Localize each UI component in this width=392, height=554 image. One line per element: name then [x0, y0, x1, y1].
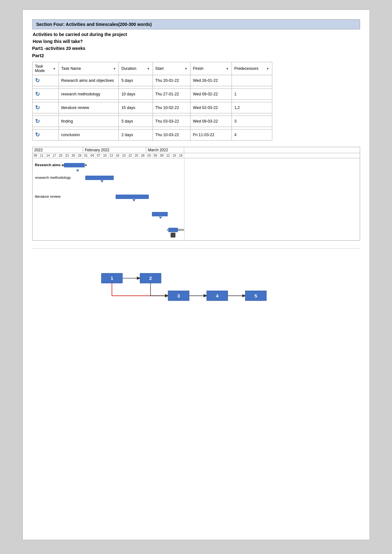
table-spacer — [32, 100, 272, 102]
task-duration-cell: 10 days — [119, 89, 153, 100]
task-mode-cell: ↻ — [32, 102, 58, 113]
task-start-cell: Thu 27-01-22 — [153, 89, 190, 100]
gantt-days: 0811141720232629010407101316192225280306… — [33, 153, 360, 158]
task-mode-icon: ↻ — [35, 105, 40, 111]
gantt-day: 03 — [146, 153, 153, 158]
node-4-label: 4 — [216, 293, 219, 298]
gantt-bar-2 — [85, 176, 114, 180]
network-diagram: 1 2 3 4 5 — [32, 254, 360, 317]
gantt-bar-1 — [64, 163, 85, 167]
duration-sort-arrow[interactable]: ▼ — [147, 67, 150, 70]
task-predecessors-cell — [232, 75, 272, 86]
arrow-down-2 — [76, 170, 79, 172]
col-header-start[interactable]: Start ▼ — [153, 62, 190, 75]
task-mode-icon: ↻ — [35, 132, 40, 138]
task-predecessors-cell: 3 — [232, 116, 272, 127]
task-finish-cell: Fri 11-03-22 — [190, 129, 232, 141]
page: Section Four: Activities and timescales(… — [22, 9, 370, 540]
task-duration-cell: 2 days — [119, 129, 153, 141]
finish-sort-arrow[interactable]: ▼ — [226, 67, 229, 70]
table-spacer — [32, 113, 272, 116]
divider — [32, 248, 360, 249]
col-header-predecessors[interactable]: Predecessors ▼ — [232, 62, 272, 75]
gantt-day: 22 — [127, 153, 134, 158]
gantt-row-5: conclusion ⬛ — [33, 226, 360, 235]
task-mode-cell: ↻ — [32, 89, 58, 100]
gantt-day: 28 — [140, 153, 146, 158]
task-predecessors-cell: 1 — [232, 89, 272, 100]
month-2022: 2022 — [33, 147, 83, 153]
gantt-day: 09 — [159, 153, 165, 158]
task-duration-cell: 5 days — [119, 75, 153, 86]
gantt-day: 07 — [96, 153, 102, 158]
start-sort-arrow[interactable]: ▼ — [184, 67, 188, 70]
task-start-cell: Thu 03-03-22 — [153, 116, 190, 127]
task-name-cell: Research aims and objectives — [58, 75, 119, 86]
gantt-day: 20 — [58, 153, 64, 158]
task-mode-icon: ↻ — [35, 118, 40, 124]
task-duration-cell: 5 days — [119, 116, 153, 127]
gantt-day: 29 — [77, 153, 83, 158]
gantt-label-3: literature review — [35, 195, 61, 198]
task-mode-cell: ↻ — [32, 75, 58, 86]
table-row: ↻literature review15 daysThu 10-02-22Wed… — [32, 102, 272, 113]
gantt-day: 17 — [51, 153, 58, 158]
taskname-sort-arrow[interactable]: ▼ — [113, 67, 116, 70]
gantt-day: 04 — [89, 153, 96, 158]
gantt-day: 06 — [153, 153, 159, 158]
task-name-cell: research methodology — [58, 89, 119, 100]
task-start-cell: Thu 10-02-22 — [153, 102, 190, 113]
gantt-day: 25 — [134, 153, 140, 158]
section-header: Section Four: Activities and timescales(… — [32, 19, 360, 29]
gantt-day: 26 — [70, 153, 77, 158]
section-header-text: Section Four: Activities and timescales(… — [36, 22, 152, 27]
node-1-label: 1 — [111, 275, 113, 281]
network-svg: 1 2 3 4 5 — [32, 254, 360, 317]
task-finish-cell: Wed 02-03-22 — [190, 102, 232, 113]
subtitle1: Activities to be carried out during the … — [32, 32, 360, 37]
table-row: ↻research methodology10 daysThu 27-01-22… — [32, 89, 272, 100]
col-header-taskname[interactable]: Task Name ▼ — [58, 62, 119, 75]
task-predecessors-cell: 4 — [232, 129, 272, 141]
gantt-day: 19 — [121, 153, 127, 158]
task-finish-cell: Wed 09-02-22 — [190, 89, 232, 100]
col-header-mode[interactable]: TaskMode ▼ — [32, 62, 58, 75]
col-header-finish[interactable]: Finish ▼ — [190, 62, 232, 75]
task-table: TaskMode ▼ Task Name ▼ Duration ▼ — [32, 62, 272, 141]
gantt-day: 15 — [172, 153, 178, 158]
gantt-day: 12 — [165, 153, 172, 158]
task-mode-icon: ↻ — [35, 77, 40, 84]
gantt-day: 13 — [108, 153, 115, 158]
arrow-down-3 — [132, 199, 136, 202]
task-start-cell: Thu 10-03-22 — [153, 129, 190, 141]
mode-sort-arrow[interactable]: ▼ — [53, 67, 56, 70]
pred-sort-arrow[interactable]: ▼ — [266, 67, 269, 70]
part1-label: Part1 -activities 20 weeks — [32, 46, 360, 51]
gantt-day: 11 — [39, 153, 45, 158]
gantt-months: 2022 February 2022 March 2022 — [33, 147, 360, 153]
task-predecessors-cell: 1,2 — [232, 102, 272, 113]
gantt-day: 16 — [115, 153, 121, 158]
month-mar: March 2022 — [146, 147, 184, 153]
task-finish-cell: Wed 26-01-22 — [190, 75, 232, 86]
gantt-row-1: Research aims and objectives — [33, 161, 360, 170]
gantt-row-2: research methodology — [33, 174, 360, 183]
task-name-cell: conclusion — [58, 129, 119, 141]
task-mode-cell: ↻ — [32, 116, 58, 127]
gantt-day: 10 — [102, 153, 108, 158]
node-2-label: 2 — [149, 275, 152, 281]
node-3-label: 3 — [177, 293, 180, 298]
gantt-bar-4 — [152, 212, 168, 216]
task-duration-cell: 15 days — [119, 102, 153, 113]
conclusion-icon: ⬛ — [170, 232, 176, 238]
arrow-down-4 — [159, 217, 162, 219]
gantt-day: 08 — [33, 153, 39, 158]
gantt-day: 01 — [83, 153, 89, 158]
gantt-day: 14 — [45, 153, 51, 158]
table-row: ↻conclusion2 daysThu 10-03-22Fri 11-03-2… — [32, 129, 272, 141]
gantt-chart: 2022 February 2022 March 2022 0811141720… — [32, 147, 360, 241]
task-start-cell: Thu 20-01-22 — [153, 75, 190, 86]
table-spacer — [32, 127, 272, 129]
gantt-label-2: research methodology — [35, 176, 71, 179]
col-header-duration[interactable]: Duration ▼ — [119, 62, 153, 75]
